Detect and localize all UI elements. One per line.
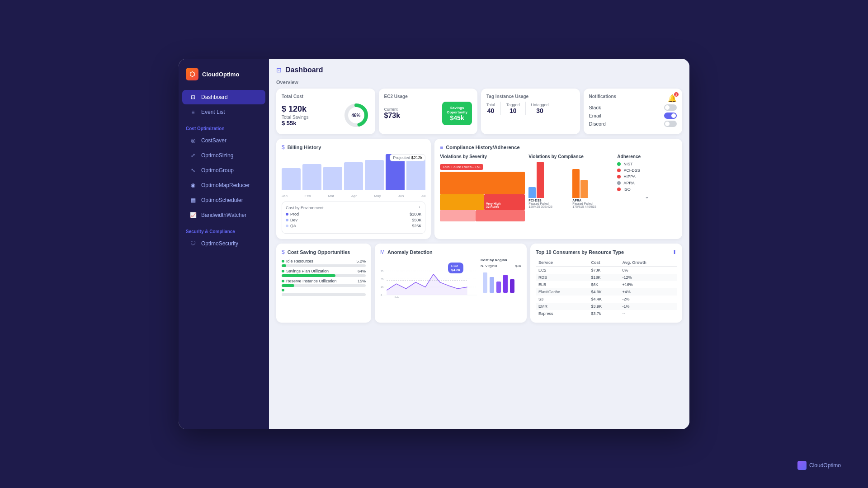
adh-iso-dot [617,188,621,191]
sidebar-item-optimo-scheduler[interactable]: ▦ OptimoScheduler [182,193,265,207]
billing-legend: Cost by Environment ⋮ Prod $100K Dev $50… [282,202,425,234]
col-cost: Cost [589,259,620,267]
table-row: ElastiCache $4.9K +4% [536,288,677,296]
cell-cost: $73K [589,267,620,274]
compliance-icon: ≡ [440,144,443,150]
ec2-savings-badge: SavingsOpportunity $45k [442,102,472,125]
sidebar-item-event-list[interactable]: ≡ Event List [182,105,265,119]
consumers-export-icon[interactable]: ⬆ [672,249,677,255]
legend-dev-value: $50K [412,218,421,222]
table-row: S3 $4.4K -2% [536,296,677,303]
billing-bar-3 [344,162,363,190]
ec2-savings-value: $45k [447,114,467,122]
other-bars [572,162,613,198]
anomaly-content: EC2$4.2k 6K 4K 2K [380,258,521,305]
page-title: Dashboard [285,66,323,74]
legend-prod: Prod $100K [286,212,421,216]
security-icon: 🛡 [189,240,197,247]
ec2-current-value: $73k [384,112,401,120]
billing-month-6: Jul [421,194,425,198]
pci-failed-bar [537,162,544,198]
tm-cell-3 [440,210,476,221]
ec2-savings-label: SavingsOpportunity [447,106,467,114]
adh-hippa-dot [617,175,621,178]
svg-marker-10 [387,274,467,295]
extra1-dot [282,289,284,291]
adh-iso-label: ISO [623,187,631,192]
plan-label: Savings Plan Utilization [286,269,329,273]
notif-slack-toggle[interactable] [664,104,677,111]
sidebar-item-optimosizing[interactable]: ⤢ OptimoSizing [182,148,265,163]
legend-dev: Dev $50K [286,218,421,222]
legend-qa-dot [286,225,288,227]
tag-tagged-label: Tagged [506,103,520,107]
violations-compliance-title: Violations by Compliance [528,154,613,159]
compliance-inner: Violations by Severity Total Failed Rule… [440,154,677,221]
cell-cost: $3.7k [589,310,620,317]
region-row: N. Virginia $3k [481,264,521,268]
sidebar-item-optimo-security-label: OptimoSecurity [201,240,238,247]
cell-service: S3 [536,296,589,303]
adherence-expand[interactable]: ⌄ [617,193,677,200]
sidebar-item-bandwidth-watcher[interactable]: 📈 BandwidthWatcher [182,208,265,222]
sidebar-item-optimo-scheduler-label: OptimoScheduler [201,197,243,203]
cell-growth: +4% [619,288,677,296]
list-icon: ≡ [189,109,197,115]
consumers-header-row: Service Cost Avg. Growth [536,259,677,267]
tag-total-label: Total [486,103,495,107]
anomaly-badge: EC2$4.2k [448,263,463,273]
cell-service: EC2 [536,267,589,274]
compliance-title: Compliance History/Adherence [446,145,519,150]
tm-cell-very-high: Very High 32 Rules [484,194,525,210]
total-cost-title: Total Cost [282,94,370,99]
notif-discord-toggle[interactable] [664,121,677,127]
tag-untagged-label: Untagged [531,103,549,107]
adh-pci-label: PCI-DSS [623,168,640,173]
ec2-current-label: Current [384,107,401,112]
apra-stats: Passed Failed175/815 440/815 [572,202,613,208]
legend-dev-label: Dev [290,218,297,222]
billing-title: Billing History [288,145,321,150]
cell-cost: $4.4K [589,296,620,303]
anomaly-chart-area: EC2$4.2k 6K 4K 2K [380,258,477,305]
cell-service: ELB [536,281,589,288]
sidebar-item-optimogroup[interactable]: ⤡ OptimoGroup [182,163,265,178]
logo: ⬡ CloudOptimo [179,68,269,89]
col-growth: Avg. Growth [619,259,677,267]
section-security-compliance: Security & Compliance [179,223,269,236]
costsaver-icon: ◎ [189,137,197,144]
billing-month-2: Mar [328,194,334,198]
notif-discord-label: Discord [589,121,606,127]
adh-nist: NIST [617,162,677,166]
cell-growth: 0% [619,267,677,274]
bandwidth-icon: 📈 [189,212,197,218]
notif-email-toggle[interactable] [664,113,677,119]
svg-text:4K: 4K [381,277,384,280]
top-consumers-card: Top 10 Consumers by Resource Type ⬆ Serv… [530,244,682,323]
adherence-section: Adherence NIST PCI-DSS [617,154,677,221]
sidebar-item-dashboard[interactable]: ⊡ Dashboard [182,90,265,104]
sidebar-item-costsaver[interactable]: ◎ CostSaver [182,133,265,148]
extra1-progress [282,293,315,296]
violations-total-badge: Total Failed Rules - 151 [440,164,483,170]
reserve-pct: 15% [358,279,366,283]
billing-month-1: Feb [305,194,311,198]
cell-service: Express [536,310,589,317]
svg-rect-17 [510,279,514,293]
main-content: ⊡ Dashboard Overview Total Cost $ 120k T… [269,59,689,429]
tag-untagged-value: 30 [531,107,549,114]
notif-discord: Discord [589,121,677,127]
section-cost-optimization: Cost Optimization [179,120,269,133]
svg-rect-13 [483,272,487,293]
sidebar-item-optimo-map-reducer[interactable]: ◉ OptimoMapReducer [182,178,265,192]
billing-month-5: Jun [398,194,404,198]
very-high-rules: 32 Rules [486,205,500,208]
sidebar-item-optimo-security[interactable]: 🛡 OptimoSecurity [182,236,265,251]
cell-growth: +16% [619,281,677,288]
optimogroup-icon: ⤡ [189,167,197,174]
tag-instance-card: Tag Instance Usage Total 40 Tagged 10 Un… [481,89,580,134]
anomaly-title: Anomaly Detection [387,249,433,255]
saving-extra-1 [282,289,366,296]
projected-badge: Projected $212k [390,154,425,161]
notif-slack-label: Slack [589,105,601,110]
